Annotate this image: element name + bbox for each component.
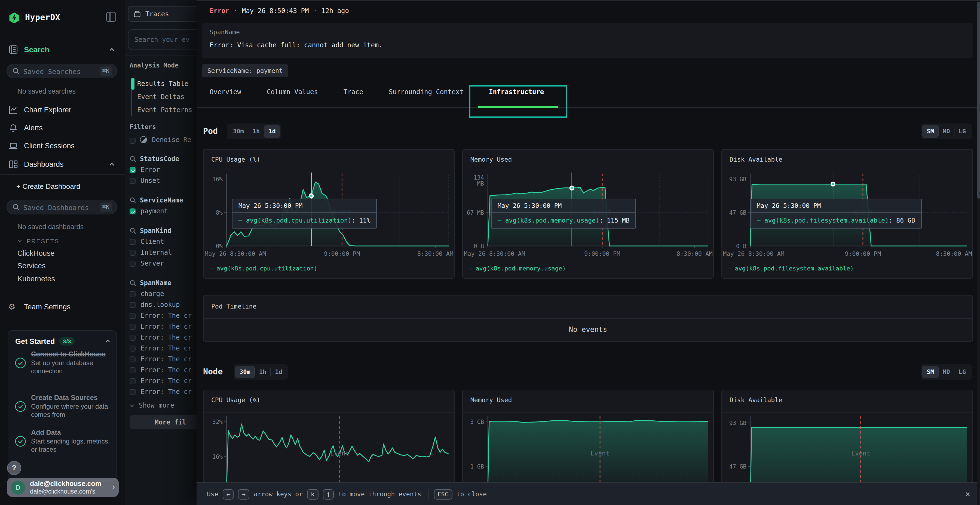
preset-services[interactable]: Services: [18, 262, 46, 270]
tab-column-values[interactable]: Column Values: [267, 88, 318, 96]
filter-option-row[interactable]: Error: [130, 164, 197, 175]
filter-option-row[interactable]: Client: [130, 236, 197, 247]
range-30m[interactable]: 30m: [229, 125, 248, 138]
get-started-item[interactable]: Create Data SourcesConfigure where your …: [15, 394, 111, 419]
arrow-left-key[interactable]: ←: [223, 489, 234, 499]
event-search-input[interactable]: Search your ev: [128, 29, 197, 50]
filter-option-row[interactable]: dns.lookup: [130, 299, 197, 310]
chart-title: CPU Usage (%): [211, 156, 260, 163]
filter-option-row[interactable]: Error: The cr: [130, 321, 197, 332]
search-section-icon: [9, 45, 18, 54]
checkbox[interactable]: [130, 291, 135, 297]
checkbox[interactable]: [130, 249, 135, 256]
checkbox[interactable]: [130, 389, 135, 395]
checkbox[interactable]: [130, 367, 135, 373]
show-more-button[interactable]: Show more: [130, 400, 197, 411]
checkbox[interactable]: [130, 313, 135, 319]
checkbox[interactable]: [130, 167, 135, 173]
close-icon[interactable]: ×: [965, 489, 970, 500]
chart-title: Disk Available: [730, 156, 783, 163]
filter-option-row[interactable]: Error: The cr: [130, 310, 197, 321]
checkbox[interactable]: [130, 334, 135, 340]
filter-option-row[interactable]: Unset: [130, 175, 197, 186]
denoise-checkbox[interactable]: [130, 138, 135, 144]
filter-option-row[interactable]: Server: [130, 258, 197, 269]
presets-header[interactable]: PRESETS: [18, 238, 59, 245]
range-1d[interactable]: 1d: [270, 366, 286, 378]
checkbox[interactable]: [130, 260, 135, 266]
range-1h[interactable]: 1h: [248, 125, 264, 138]
filter-option-row[interactable]: Error: The cr: [130, 332, 197, 343]
range-1d[interactable]: 1d: [264, 125, 280, 138]
checkbox[interactable]: [130, 208, 135, 214]
checkbox[interactable]: [130, 178, 135, 184]
user-menu[interactable]: D dale@clickhouse.com dale@clickhouse.co…: [7, 478, 119, 497]
filter-option-row[interactable]: payment: [130, 206, 197, 217]
filter-option-row[interactable]: Error: The cr: [130, 343, 197, 354]
event-header: Error·May 26 8:50:43 PM·12h ago: [210, 7, 349, 17]
size-lg[interactable]: LG: [955, 125, 970, 138]
get-started-item[interactable]: Connect to ClickHouseSet up your databas…: [15, 351, 111, 376]
scrollbar[interactable]: [977, 0, 980, 505]
chevron-up-icon: [105, 338, 111, 344]
more-filters-button[interactable]: More fil: [130, 415, 197, 429]
tab-overview[interactable]: Overview: [210, 88, 241, 96]
arrow-right-key[interactable]: →: [238, 489, 249, 499]
range-1h[interactable]: 1h: [255, 366, 271, 378]
esc-key[interactable]: ESC: [434, 489, 452, 499]
size-md[interactable]: MD: [939, 125, 955, 138]
filter-option-row[interactable]: Error: The cr: [130, 365, 197, 375]
analysis-option-results-table[interactable]: Results Table: [137, 78, 197, 90]
analysis-option-event-deltas[interactable]: Event Deltas: [137, 91, 197, 103]
j-key[interactable]: j: [323, 489, 334, 499]
filter-option-row[interactable]: Error: The cr: [130, 375, 197, 386]
sidebar-item-alerts[interactable]: Alerts: [0, 120, 125, 136]
divider: [125, 56, 197, 56]
sidebar-item-dashboards[interactable]: Dashboards: [0, 156, 125, 173]
denoise-filter-row[interactable]: Denoise Re: [130, 135, 197, 144]
checkbox[interactable]: [130, 324, 135, 329]
event-timestamp: May 26 8:50:43 PM: [242, 7, 309, 15]
chart-tooltip: May 26 5:30:00 PM— avg(k8s.pod.cpu.utili…: [232, 199, 377, 229]
sidebar-collapse-icon[interactable]: [106, 12, 116, 22]
filter-option-row[interactable]: Error: The cr: [130, 354, 197, 365]
size-sm[interactable]: SM: [923, 125, 939, 138]
create-dashboard-button[interactable]: + Create Dashboard: [16, 182, 80, 191]
tab-trace[interactable]: Trace: [344, 88, 363, 96]
no-events-message: No events: [204, 326, 972, 333]
svg-text:9:00:00 PM: 9:00:00 PM: [324, 250, 360, 257]
saved-searches-input[interactable]: Saved Searches ⌘K: [6, 64, 117, 78]
checkbox[interactable]: [130, 378, 135, 384]
filter-option-row[interactable]: charge: [130, 288, 197, 299]
pod-range-toggle: 30m 1h 1d: [227, 124, 282, 139]
checkbox[interactable]: [130, 345, 135, 351]
size-md[interactable]: MD: [939, 366, 955, 378]
sidebar-item-search[interactable]: Search: [0, 41, 125, 58]
analysis-mode-label: Analysis Mode: [130, 62, 178, 69]
service-name-chip[interactable]: ServiceName: payment: [202, 64, 288, 77]
analysis-option-event-patterns[interactable]: Event Patterns: [137, 104, 197, 116]
tooltip-time: May 26 5:30:00 PM: [492, 199, 636, 213]
get-started-item[interactable]: Add DataStart sending logs, metrics, or …: [15, 429, 111, 454]
filter-option-row[interactable]: Internal: [130, 247, 197, 258]
help-button[interactable]: ?: [7, 461, 21, 475]
range-30m[interactable]: 30m: [235, 366, 255, 378]
size-lg[interactable]: LG: [955, 366, 970, 378]
sidebar-item-chart-explorer[interactable]: Chart Explorer: [0, 102, 125, 118]
source-select[interactable]: Traces: [128, 6, 197, 22]
checkbox[interactable]: [130, 239, 135, 245]
sidebar-item-team-settings[interactable]: ⚙ Team Settings: [0, 299, 125, 315]
filter-option-row[interactable]: Error: The cr: [130, 386, 197, 397]
checkbox[interactable]: [130, 302, 135, 308]
saved-dashboards-input[interactable]: Saved Dashboards ⌘K: [6, 200, 117, 214]
preset-kubernetes[interactable]: Kubernetes: [18, 275, 55, 283]
preset-clickhouse[interactable]: ClickHouse: [18, 249, 55, 257]
size-sm[interactable]: SM: [923, 366, 939, 378]
scrollbar-thumb[interactable]: [977, 2, 980, 199]
checkbox[interactable]: [130, 356, 135, 362]
sidebar-item-client-sessions[interactable]: Client Sessions: [0, 138, 125, 154]
svg-text:16%: 16%: [212, 454, 223, 460]
tab-surrounding-context[interactable]: Surrounding Context: [389, 88, 464, 96]
k-key[interactable]: k: [307, 489, 318, 499]
get-started-header[interactable]: Get Started3/3: [15, 336, 111, 347]
